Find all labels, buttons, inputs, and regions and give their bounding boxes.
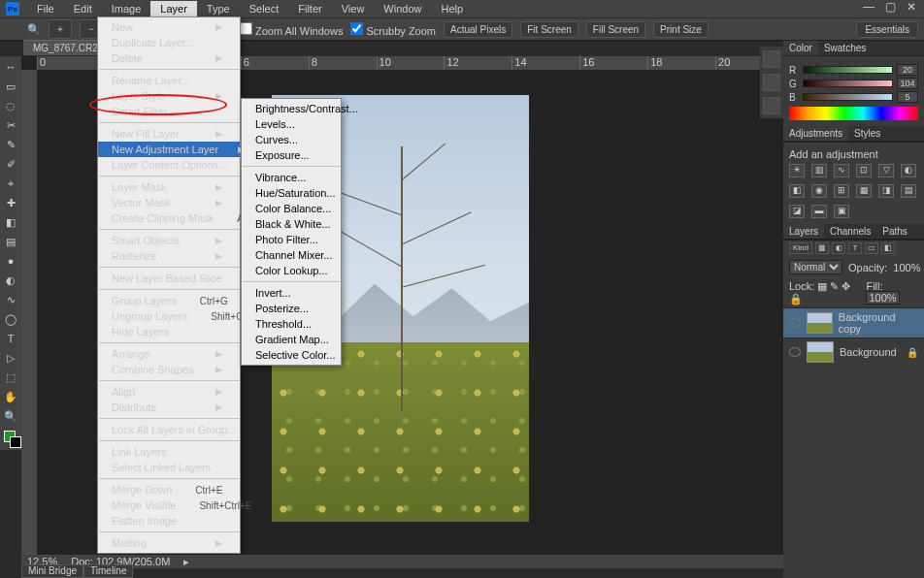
submenu-item-invert-[interactable]: Invert... (242, 285, 341, 301)
menu-item-new-fill-layer[interactable]: New Fill Layer▶ (98, 126, 240, 142)
submenu-item-gradient-map-[interactable]: Gradient Map... (242, 332, 341, 347)
tool-hand[interactable]: ✋ (2, 388, 19, 405)
menu-item-merge-visible[interactable]: Merge VisibleShift+Ctrl+E (98, 498, 240, 513)
menu-window[interactable]: Window (374, 1, 431, 16)
tool-shape[interactable]: ⬚ (2, 369, 19, 386)
submenu-item-channel-mixer-[interactable]: Channel Mixer... (242, 247, 341, 263)
menu-filter[interactable]: Filter (288, 1, 331, 16)
menu-item-duplicate-layer-[interactable]: Duplicate Layer... (98, 35, 240, 50)
submenu-item-posterize-[interactable]: Posterize... (242, 301, 341, 316)
filter-type-icon[interactable]: T (848, 242, 862, 254)
minimize-icon[interactable]: — (860, 0, 877, 14)
tool-dodge[interactable]: ◐ (2, 272, 19, 289)
adj-bw-icon[interactable]: ◧ (789, 184, 805, 198)
filter-adjust-icon[interactable]: ◐ (832, 242, 845, 254)
menu-type[interactable]: Type (197, 1, 240, 16)
tool-ellipse[interactable]: ◯ (2, 310, 19, 328)
dock-history-icon[interactable] (763, 50, 780, 68)
menu-item-flatten-image[interactable]: Flatten Image (98, 513, 240, 529)
submenu-item-photo-filter-[interactable]: Photo Filter... (242, 232, 341, 247)
submenu-item-color-balance-[interactable]: Color Balance... (242, 201, 341, 216)
tab-timeline[interactable]: Timeline (83, 564, 133, 578)
menu-item-rename-layer-[interactable]: Rename Layer... (98, 73, 240, 88)
opt-scrubby[interactable]: Scrubby Zoom (350, 22, 436, 37)
fg-bg-swatch[interactable] (2, 431, 19, 448)
menu-item-delete[interactable]: Delete▶ (98, 50, 240, 66)
adj-mixer-icon[interactable]: ⊞ (834, 184, 849, 198)
adj-gradient-icon[interactable]: ▬ (811, 205, 827, 218)
tab-styles[interactable]: Styles (848, 126, 886, 141)
tool-pen[interactable]: ∿ (2, 291, 19, 308)
filter-pixel-icon[interactable]: ▦ (815, 242, 829, 254)
adj-curves-icon[interactable]: ∿ (834, 164, 849, 177)
adj-exposure-icon[interactable]: ⊡ (856, 164, 872, 177)
adj-lookup-icon[interactable]: ▦ (856, 184, 872, 198)
menu-item-arrange[interactable]: Arrange▶ (98, 346, 240, 362)
submenu-item-levels-[interactable]: Levels... (242, 116, 341, 132)
filter-kind[interactable]: Kind (789, 242, 812, 254)
menu-file[interactable]: File (27, 1, 64, 16)
menu-item-group-layers[interactable]: Group LayersCtrl+G (98, 293, 240, 308)
filter-smart-icon[interactable]: ◧ (881, 242, 895, 254)
maximize-icon[interactable]: ▢ (881, 0, 899, 14)
btn-print-size[interactable]: Print Size (653, 21, 709, 38)
tab-swatches[interactable]: Swatches (818, 41, 872, 55)
adj-selective-icon[interactable]: ▣ (834, 205, 849, 218)
menu-item-smart-objects[interactable]: Smart Objects▶ (98, 233, 240, 248)
menu-item-new-layer-based-slice[interactable]: New Layer Based Slice (98, 271, 240, 286)
tool-gradient[interactable]: ◧ (2, 213, 19, 231)
visibility-icon[interactable] (789, 318, 801, 328)
submenu-item-color-lookup-[interactable]: Color Lookup... (242, 263, 341, 278)
menu-item-new-adjustment-layer[interactable]: New Adjustment Layer▶ (98, 142, 240, 157)
adj-levels-icon[interactable]: ▥ (811, 164, 827, 177)
layer-item[interactable]: Background copy (783, 307, 924, 337)
menu-item-layer-mask[interactable]: Layer Mask▶ (98, 179, 240, 195)
menu-layer[interactable]: Layer (150, 1, 197, 16)
tab-layers[interactable]: Layers (783, 224, 824, 239)
submenu-item-brightness-contrast-[interactable]: Brightness/Contrast... (242, 101, 341, 116)
menu-item-matting[interactable]: Matting▶ (98, 535, 240, 551)
tool-healing[interactable]: ⌖ (2, 175, 19, 192)
adj-hue-icon[interactable]: ◐ (901, 164, 916, 177)
submenu-item-black-white-[interactable]: Black & White... (242, 216, 341, 232)
submenu-item-threshold-[interactable]: Threshold... (242, 316, 341, 332)
tab-color[interactable]: Color (783, 41, 818, 55)
filter-shape-icon[interactable]: ▭ (865, 242, 878, 254)
fill-field[interactable]: 100% (866, 291, 899, 305)
tool-path[interactable]: ▷ (2, 349, 19, 367)
menu-edit[interactable]: Edit (64, 1, 102, 16)
submenu-item-vibrance-[interactable]: Vibrance... (242, 170, 341, 185)
menu-item-new[interactable]: New▶ (98, 19, 240, 35)
zoom-in-mode[interactable]: ＋ (49, 19, 72, 39)
submenu-item-exposure-[interactable]: Exposure... (242, 147, 341, 163)
tab-mini-bridge[interactable]: Mini Bridge (21, 564, 83, 578)
tool-type[interactable]: T (2, 330, 19, 347)
slider-r[interactable]: R20 (789, 64, 918, 76)
adj-invert-icon[interactable]: ◨ (878, 184, 894, 198)
opt-zoomall[interactable]: Zoom All Windows (240, 22, 344, 37)
btn-fit-screen[interactable]: Fit Screen (520, 21, 578, 38)
tool-eyedropper[interactable]: ✎ (2, 136, 19, 153)
tab-channels[interactable]: Channels (824, 224, 876, 239)
menu-view[interactable]: View (332, 1, 375, 16)
menu-item-vector-mask[interactable]: Vector Mask▶ (98, 195, 240, 210)
adj-brightness-icon[interactable]: ☀ (789, 164, 805, 177)
lock-transparent-icon[interactable]: ▦ (817, 280, 827, 292)
slider-b[interactable]: B5 (789, 91, 918, 103)
tool-blur[interactable]: ● (2, 252, 19, 270)
menu-item-rasterize[interactable]: Rasterize▶ (98, 248, 240, 264)
dock-actions-icon[interactable] (763, 74, 780, 91)
lock-all-icon[interactable]: 🔒 (789, 293, 803, 305)
status-arrow-icon[interactable]: ▸ (183, 556, 189, 568)
workspace-switcher[interactable]: Essentials (856, 21, 918, 38)
adj-photo-filter-icon[interactable]: ◉ (811, 184, 827, 198)
tab-adjustments[interactable]: Adjustments (783, 126, 848, 141)
adj-threshold-icon[interactable]: ◪ (789, 205, 805, 218)
dock-properties-icon[interactable] (763, 97, 780, 114)
adj-posterize-icon[interactable]: ▤ (901, 184, 916, 198)
menu-image[interactable]: Image (102, 1, 151, 16)
menu-item-hide-layers[interactable]: Hide Layers (98, 324, 240, 339)
submenu-item-hue-saturation-[interactable]: Hue/Saturation... (242, 185, 341, 201)
tool-lasso[interactable]: ◌ (2, 97, 19, 114)
submenu-item-selective-color-[interactable]: Selective Color... (242, 347, 341, 363)
